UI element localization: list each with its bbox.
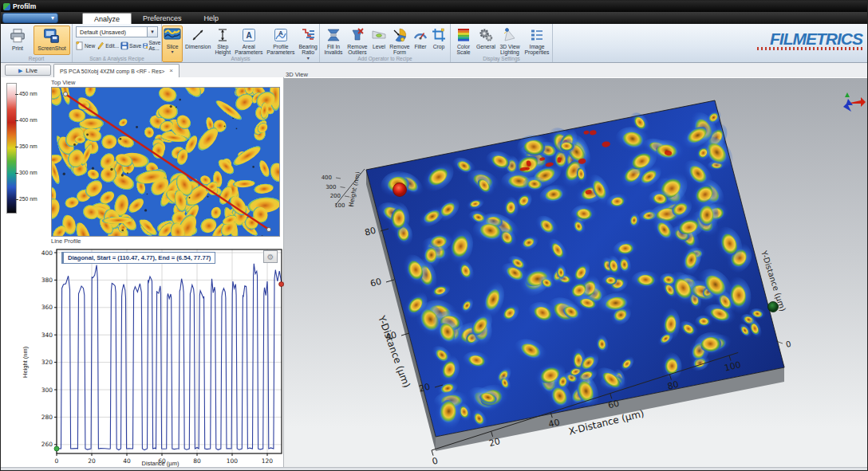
svg-text:400: 400 — [41, 249, 53, 257]
ribbon-group-report: Print ScreenShot Report — [1, 24, 73, 62]
svg-text:120: 120 — [262, 457, 274, 465]
window-title: Profilm — [13, 2, 36, 10]
svg-text:300: 300 — [41, 387, 53, 394]
menu-help[interactable]: Help — [193, 12, 231, 24]
bearing-ratio-icon — [300, 27, 316, 43]
svg-text:20: 20 — [88, 457, 96, 465]
level-button[interactable]: Level — [370, 26, 388, 57]
live-button-label: Live — [26, 67, 37, 74]
title-bar: Profilm — [1, 1, 868, 12]
remove-outliers-button[interactable]: Remove Outliers — [345, 26, 369, 57]
chart-settings-gear-button[interactable]: ⚙ — [263, 250, 278, 263]
profile-parameters-icon: A — [273, 27, 289, 43]
group-label-display-settings: Display Settings — [451, 56, 552, 61]
image-properties-button[interactable]: Image Properties — [523, 26, 550, 57]
new-page-icon — [76, 41, 84, 50]
color-scale-tick — [15, 173, 18, 174]
line-profile-label: Line Profile — [51, 237, 81, 245]
svg-text:200: 200 — [330, 193, 341, 199]
status-bar — [1, 467, 868, 471]
svg-text:360: 360 — [41, 304, 53, 311]
general-settings-button[interactable]: General — [475, 26, 496, 57]
application-menu-button[interactable]: ▾ — [2, 13, 58, 23]
menu-preferences[interactable]: Preferences — [132, 12, 193, 24]
menu-analyze[interactable]: Analyze — [82, 13, 132, 24]
recipe-select[interactable]: Default (Unsaved) ▾ — [76, 26, 158, 37]
group-label-analysis: Analysis — [162, 56, 319, 61]
recipe-edit-button[interactable]: Edit... — [96, 39, 120, 52]
color-scale-value: 350 nm — [19, 143, 37, 149]
image-properties-icon — [529, 27, 545, 43]
svg-text:A: A — [278, 29, 283, 37]
svg-text:100: 100 — [334, 202, 345, 209]
height-color-scale — [6, 83, 17, 214]
document-tab[interactable]: PS PCA 50Xobj 4XZM comp B <RF - Res> × — [53, 64, 180, 77]
filmetrics-logo: FILMETRICS — [727, 30, 862, 50]
play-icon: ▶ — [18, 68, 22, 73]
3d-surface-plot[interactable]: 020406080100X-Distance (µm)80604020Y-Dis… — [284, 78, 868, 467]
group-label-report: Report — [1, 56, 72, 61]
live-button[interactable]: ▶ Live — [5, 65, 51, 76]
svg-text:A: A — [246, 31, 251, 40]
color-scale-tick — [15, 120, 18, 121]
svg-text:320: 320 — [41, 359, 53, 366]
gear-icon: ⚙ — [267, 253, 274, 261]
recipe-save-as-button[interactable]: Save As... — [142, 39, 164, 52]
printer-icon — [9, 27, 26, 45]
recipe-dropdown-arrow[interactable]: ▾ — [148, 26, 158, 37]
svg-text:60: 60 — [369, 277, 383, 289]
ribbon-group-add-operator: Fill In Invalids Remove Outliers Le — [320, 24, 451, 62]
ribbon-group-recipe: Default (Unsaved) ▾ New — [73, 24, 162, 62]
3d-view-lighting-button[interactable]: 3D View Lighting — [497, 26, 523, 57]
areal-parameters-icon: A — [241, 27, 257, 43]
screenshot-button[interactable]: ScreenShot — [34, 26, 70, 55]
svg-text:80: 80 — [364, 226, 377, 238]
screenshot-icon — [43, 27, 61, 45]
line-profile-chart[interactable]: 260280300320340360380400020406080100120 — [33, 245, 284, 468]
crop-icon — [431, 27, 447, 43]
svg-text:340: 340 — [41, 332, 53, 339]
dimension-icon — [190, 27, 206, 43]
print-button[interactable]: Print — [2, 26, 33, 55]
color-scale-icon — [456, 27, 471, 43]
group-label-recipe: Scan & Analysis Recipe — [73, 56, 161, 61]
color-scale-value: 250 nm — [19, 196, 37, 202]
crop-button[interactable]: Crop — [430, 26, 448, 57]
menu-bar: ▾ Analyze Preferences Help — [1, 12, 868, 24]
fill-in-invalids-button[interactable]: Fill In Invalids — [322, 26, 345, 57]
profile-x-axis-title: Distance (µm) — [97, 460, 224, 467]
svg-text:380: 380 — [41, 277, 53, 284]
orientation-axes-icon[interactable] — [843, 92, 866, 112]
remove-form-button[interactable]: Remove Form — [389, 26, 411, 57]
svg-text:Height (nm): Height (nm) — [347, 171, 361, 207]
save-as-disk-icon — [143, 41, 148, 50]
recipe-save-button[interactable]: Save — [120, 39, 142, 52]
ribbon-group-display-settings: Color Scale General — [451, 24, 553, 62]
remove-form-icon — [392, 27, 408, 43]
save-disk-icon — [120, 41, 128, 50]
lighting-icon — [502, 27, 518, 43]
svg-text:0: 0 — [431, 456, 439, 467]
color-scale-value: 300 nm — [19, 170, 37, 175]
recipe-new-button[interactable]: New — [75, 39, 96, 52]
svg-text:0: 0 — [785, 340, 792, 349]
profile-annotation: Diagonal, Start = (110.47, 4.77), End = … — [61, 252, 215, 264]
filter-button[interactable]: Filter — [412, 26, 429, 57]
svg-text:280: 280 — [41, 414, 53, 421]
tab-close-icon[interactable]: × — [169, 68, 173, 74]
chevron-down-icon: ▾ — [51, 14, 54, 22]
filter-icon — [412, 27, 428, 43]
recipe-name: Default (Unsaved) — [76, 26, 148, 37]
svg-text:400: 400 — [322, 175, 332, 181]
chevron-down-icon: ▾ — [151, 29, 154, 35]
tab-strip: ▶ Live PS PCA 50Xobj 4XZM comp B <RF - R… — [1, 63, 868, 77]
document-tab-title: PS PCA 50Xobj 4XZM comp B <RF - Res> — [60, 69, 164, 74]
ribbon: Print ScreenShot Report Default (Unsaved… — [1, 24, 868, 63]
color-scale-tick — [15, 147, 18, 147]
color-scale-button[interactable]: Color Scale — [452, 26, 475, 57]
app-logo-icon — [3, 3, 10, 10]
top-view-image[interactable] — [51, 87, 280, 237]
top-view-label: Top View — [51, 79, 75, 86]
profile-y-axis-title: Height (nm) — [22, 347, 29, 378]
3d-view-label: 3D View — [286, 71, 308, 78]
